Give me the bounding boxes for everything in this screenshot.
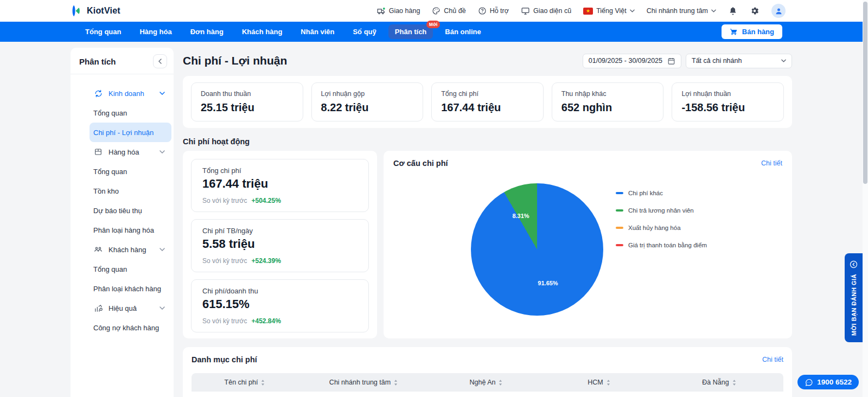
table-detail-link[interactable]: Chi tiết — [762, 356, 783, 363]
language-selector[interactable]: ★ Tiếng Việt — [583, 7, 635, 15]
nav-item[interactable]: Bán online — [438, 24, 487, 39]
scrollbar-thumb[interactable] — [863, 2, 867, 184]
table-column-header[interactable]: Chi nhánh trung tâm — [298, 373, 429, 392]
nav-item[interactable]: Phân tích Mới — [388, 24, 433, 39]
sidebar-item-label: Phân loại hàng hóa — [93, 226, 154, 234]
kpi-value: 652 nghìn — [561, 101, 654, 114]
chart-title: Cơ cấu chi phí — [393, 159, 448, 168]
date-range-picker[interactable]: 01/09/2025 - 30/09/2025 — [583, 54, 681, 68]
sidebar-item[interactable]: Khách hàng — [71, 240, 174, 259]
sidebar-item-label: Hàng hóa — [108, 148, 154, 156]
stat-label: Chi phí TB/ngày — [202, 227, 358, 235]
sidebar-item-label: Tổng quan — [93, 168, 127, 176]
pie-value-label: 8.31% — [512, 213, 529, 219]
top-header: KiotViet Giao hàng Chủ đề Hỗ trợ Giao di… — [0, 0, 868, 22]
chevron-down-icon — [159, 150, 165, 153]
stat-value: 167.44 triệu — [202, 177, 358, 191]
legend-item[interactable]: Xuất hủy hàng hóa — [616, 225, 707, 231]
kpi-card: Doanh thu thuần 25.15 triệu — [191, 82, 303, 121]
legend-label: Xuất hủy hàng hóa — [628, 225, 681, 231]
kpi-label: Tổng chi phí — [441, 90, 534, 98]
legend-swatch — [616, 227, 623, 229]
sidebar-item-label: Dự báo tiêu thụ — [93, 207, 142, 215]
chevron-down-icon — [159, 92, 165, 95]
sidebar-item[interactable]: Tổng quan — [71, 162, 174, 181]
sidebar-item[interactable]: Công nợ khách hàng — [71, 318, 174, 337]
bell-icon — [728, 6, 738, 16]
header-link[interactable]: Giao diện cũ — [521, 7, 571, 16]
table-column-header[interactable]: Đà Nẵng — [655, 373, 783, 392]
branch-label: Chi nhánh trung tâm — [647, 7, 708, 15]
sidebar-item-label: Hiệu quả — [108, 304, 154, 312]
legend-item[interactable]: Chi phí khác — [616, 190, 707, 196]
sidebar-item[interactable]: Tổng quan — [71, 103, 174, 123]
hotline-number: 1900 6522 — [817, 378, 852, 386]
branch-filter-select[interactable]: Tất cả chi nhánh — [686, 54, 792, 68]
table-column-header[interactable]: Tên chi phí — [192, 373, 298, 392]
settings-button[interactable] — [750, 6, 760, 16]
kpi-summary-panel: Doanh thu thuần 25.15 triệu Lợi nhuận gộ… — [183, 76, 792, 128]
header-link[interactable]: Chủ đề — [432, 7, 465, 15]
sidebar-item[interactable]: Hàng hóa — [71, 142, 174, 162]
branch-selector[interactable]: Chi nhánh trung tâm — [647, 7, 716, 15]
sidebar-item-label: Tồn kho — [93, 187, 119, 195]
table-title: Danh mục chi phí — [192, 355, 257, 364]
sidebar-item-label: Chi phí - Lợi nhuận — [93, 129, 154, 137]
sidebar-title: Phân tích — [79, 57, 116, 66]
sidebar-item[interactable]: Kinh doanh — [71, 84, 174, 103]
chart-detail-link[interactable]: Chi tiết — [761, 159, 782, 167]
table-column-header[interactable]: Nghệ An — [429, 373, 543, 392]
sell-button[interactable]: Bán hàng — [722, 24, 782, 39]
nav-item[interactable]: Hàng hóa — [133, 24, 178, 39]
calendar-icon — [667, 57, 675, 65]
nav-item[interactable]: Tổng quan — [79, 24, 127, 39]
kpi-label: Lợi nhuận gộp — [321, 90, 414, 98]
compare-value: +524.39% — [251, 257, 280, 265]
column-label: Đà Nẵng — [702, 379, 729, 386]
sidebar-item[interactable]: Phân loại khách hàng — [71, 279, 174, 298]
sidebar-item[interactable]: Tổng quan — [71, 259, 174, 279]
table-header-row: Tên chi phí Chi nhánh trung tâm Nghệ An … — [192, 373, 783, 392]
legend-label: Giá trị thanh toán bằng điểm — [628, 242, 707, 248]
stat-card: Chi phí TB/ngày 5.58 triệu So với kỳ trư… — [191, 219, 369, 272]
header-link[interactable]: Giao hàng — [376, 7, 420, 16]
kiotviet-logo[interactable]: KiotViet — [71, 5, 120, 17]
sidebar-item[interactable]: Chi phí - Lợi nhuận — [90, 123, 171, 142]
legend-swatch — [616, 192, 623, 194]
kpi-label: Doanh thu thuần — [201, 90, 293, 98]
nav-item[interactable]: Khách hàng — [235, 24, 289, 39]
table-column-header[interactable]: HCM — [543, 373, 655, 392]
sidebar-item[interactable]: Hiệu quả — [71, 298, 174, 318]
legend-label: Chi phí khác — [628, 190, 663, 196]
legend-item[interactable]: Giá trị thanh toán bằng điểm — [616, 242, 707, 248]
nav-item[interactable]: Đơn hàng — [184, 24, 230, 39]
logo-text: KiotViet — [87, 6, 120, 16]
user-avatar[interactable] — [771, 4, 786, 18]
nav-item[interactable]: Nhân viên — [294, 24, 341, 39]
hotline-chat-button[interactable]: 1900 6522 — [797, 375, 859, 389]
sidebar-collapse-button[interactable] — [153, 54, 167, 68]
legend-item[interactable]: Chi trả lương nhân viên — [616, 207, 707, 214]
column-label: Chi nhánh trung tâm — [329, 379, 391, 386]
compare-value: +452.84% — [251, 317, 280, 325]
header-link[interactable]: Hỗ trợ — [478, 7, 509, 15]
sidebar-item[interactable]: Phân loại hàng hóa — [71, 220, 174, 240]
nav-item[interactable]: Sổ quỹ — [346, 24, 382, 39]
pie-chart[interactable]: 91.65% 8.31% — [471, 183, 603, 316]
main-panel: Chi phí - Lợi nhuận 01/09/2025 - 30/09/2… — [183, 48, 792, 397]
sidebar-item[interactable]: Dự báo tiêu thụ — [71, 201, 174, 220]
stat-label: Chi phí/doanh thu — [202, 287, 358, 295]
kpi-value: 167.44 triệu — [441, 101, 534, 114]
chevron-down-icon — [781, 59, 786, 62]
sidebar-item-label: Tổng quan — [93, 109, 127, 117]
page-scrollbar[interactable] — [863, 0, 868, 397]
circle-chevron-icon — [849, 260, 858, 269]
column-label: Nghệ An — [470, 379, 496, 386]
sidebar-item[interactable]: Tồn kho — [71, 181, 174, 201]
rating-invite-banner[interactable]: MỜI BẠN ĐÁNH GIÁ — [845, 253, 863, 342]
notifications-button[interactable] — [728, 6, 738, 16]
analytics-sidebar: Phân tích Kinh doanh Tổng quan Chi phí -… — [71, 48, 174, 397]
chart-legend: Chi phí khác Chi trả lương nhân viên Xuấ… — [616, 190, 707, 248]
sidebar-item-label: Công nợ khách hàng — [93, 324, 159, 332]
sort-icon — [732, 380, 736, 386]
